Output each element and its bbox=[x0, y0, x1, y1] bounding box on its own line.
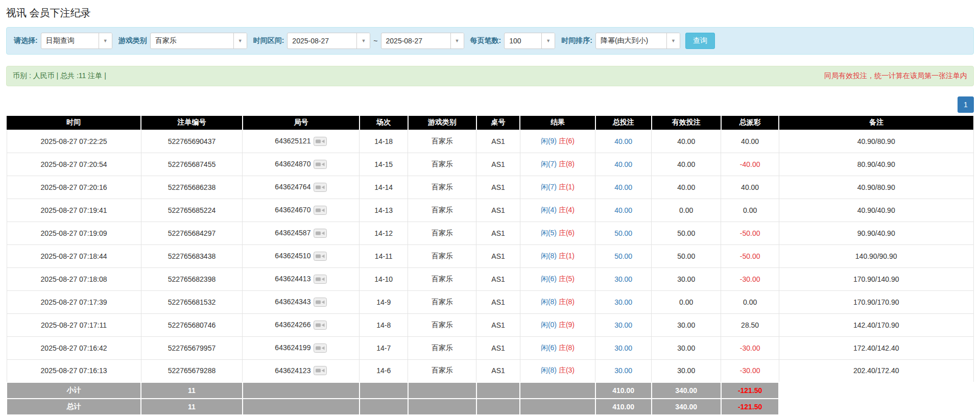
cell-total-bet: 30.00 bbox=[595, 313, 652, 336]
page-size-value: 100 bbox=[505, 33, 541, 48]
video-replay-icon[interactable] bbox=[314, 366, 327, 375]
chevron-down-icon[interactable]: ▼ bbox=[233, 33, 247, 48]
cell-remark: 40.90/80.90 bbox=[779, 130, 973, 153]
total-payout: -121.50 bbox=[721, 399, 779, 415]
table-row: 2025-08-27 07:16:42 522765679957 6436241… bbox=[7, 336, 973, 359]
cell-game-type: 百家乐 bbox=[408, 222, 476, 244]
cell-valid-bet: 0.00 bbox=[652, 199, 721, 222]
cell-table-no: AS1 bbox=[476, 130, 520, 153]
result-player: 闲(9) bbox=[541, 137, 557, 145]
empty-cell bbox=[520, 382, 595, 399]
chevron-down-icon[interactable]: ▼ bbox=[666, 33, 680, 48]
total-bet-link[interactable]: 50.00 bbox=[614, 252, 632, 260]
total-bet-link[interactable]: 40.00 bbox=[614, 137, 632, 145]
col-header-time: 时间 bbox=[7, 116, 141, 130]
total-bet-link[interactable]: 30.00 bbox=[614, 344, 632, 352]
cell-table-no: AS1 bbox=[476, 267, 520, 290]
total-bet-link[interactable]: 40.00 bbox=[614, 206, 632, 214]
chevron-down-icon[interactable]: ▼ bbox=[450, 33, 464, 48]
cell-round: 643624587 bbox=[243, 222, 360, 244]
cell-bet-id: 522765682398 bbox=[141, 267, 243, 290]
cell-time: 2025-08-27 07:18:08 bbox=[7, 267, 141, 290]
cell-time: 2025-08-27 07:20:54 bbox=[7, 153, 141, 176]
cell-table-no: AS1 bbox=[476, 244, 520, 267]
date-from-input[interactable]: 2025-08-27 ▼ bbox=[287, 33, 370, 49]
cell-result: 闲(4) 庄(4) bbox=[520, 199, 595, 222]
cell-session: 14-11 bbox=[360, 244, 408, 267]
table-row: 2025-08-27 07:20:54 522765687455 6436248… bbox=[7, 153, 973, 176]
cell-total-bet: 30.00 bbox=[595, 359, 652, 382]
cell-result: 闲(0) 庄(9) bbox=[520, 313, 595, 336]
total-bet-link[interactable]: 30.00 bbox=[614, 298, 632, 306]
cell-round: 643624199 bbox=[243, 336, 360, 359]
video-replay-icon[interactable] bbox=[314, 252, 327, 261]
video-replay-icon[interactable] bbox=[314, 160, 327, 169]
result-player: 闲(7) bbox=[541, 183, 557, 191]
total-bet-link[interactable]: 50.00 bbox=[614, 229, 632, 237]
cell-payout: -30.00 bbox=[721, 267, 779, 290]
sort-order-select[interactable]: 降幂(由大到小) ▼ bbox=[595, 33, 680, 49]
cell-bet-id: 522765681532 bbox=[141, 290, 243, 313]
cell-round: 643624266 bbox=[243, 313, 360, 336]
cell-remark: 170.90/140.90 bbox=[779, 267, 973, 290]
result-player: 闲(4) bbox=[541, 206, 557, 214]
result-player: 闲(5) bbox=[541, 229, 557, 237]
video-replay-icon[interactable] bbox=[314, 298, 327, 307]
round-number: 643624587 bbox=[275, 229, 310, 237]
total-bet-link[interactable]: 30.00 bbox=[614, 275, 632, 283]
cell-payout: 40.00 bbox=[721, 130, 779, 153]
table-row: 2025-08-27 07:18:44 522765683438 6436245… bbox=[7, 244, 973, 267]
table-row: 2025-08-27 07:20:16 522765686238 6436247… bbox=[7, 176, 973, 199]
search-button[interactable]: 查询 bbox=[685, 33, 715, 49]
date-to-input[interactable]: 2025-08-27 ▼ bbox=[381, 33, 464, 49]
cell-valid-bet: 30.00 bbox=[652, 313, 721, 336]
total-valid-bet: 340.00 bbox=[652, 399, 721, 415]
col-header-remark: 备注 bbox=[779, 116, 973, 130]
cell-round: 643624764 bbox=[243, 176, 360, 199]
pagination-page-1[interactable]: 1 bbox=[958, 96, 974, 113]
cell-game-type: 百家乐 bbox=[408, 267, 476, 290]
cell-time: 2025-08-27 07:19:41 bbox=[7, 199, 141, 222]
cell-remark: 170.90/170.90 bbox=[779, 290, 973, 313]
total-bet-link[interactable]: 40.00 bbox=[614, 160, 632, 168]
empty-cell bbox=[476, 382, 520, 399]
chevron-down-icon[interactable]: ▼ bbox=[356, 33, 370, 48]
cell-bet-id: 522765690437 bbox=[141, 130, 243, 153]
chevron-down-icon[interactable]: ▼ bbox=[99, 33, 112, 48]
video-replay-icon[interactable] bbox=[314, 137, 327, 146]
cell-total-bet: 30.00 bbox=[595, 336, 652, 359]
video-replay-icon[interactable] bbox=[314, 206, 327, 215]
cell-game-type: 百家乐 bbox=[408, 290, 476, 313]
round-number: 643624413 bbox=[275, 275, 310, 283]
cell-remark: 80.90/40.90 bbox=[779, 153, 973, 176]
chevron-down-icon[interactable]: ▼ bbox=[541, 33, 555, 48]
cell-valid-bet: 30.00 bbox=[652, 359, 721, 382]
page-size-select[interactable]: 100 ▼ bbox=[504, 33, 555, 49]
total-bet-link[interactable]: 30.00 bbox=[614, 366, 632, 375]
game-type-select[interactable]: 百家乐 ▼ bbox=[150, 33, 247, 49]
video-replay-icon[interactable] bbox=[314, 321, 327, 330]
empty-cell bbox=[520, 399, 595, 415]
cell-session: 14-7 bbox=[360, 336, 408, 359]
cell-table-no: AS1 bbox=[476, 176, 520, 199]
table-row: 2025-08-27 07:19:41 522765685224 6436246… bbox=[7, 199, 973, 222]
cell-game-type: 百家乐 bbox=[408, 359, 476, 382]
cell-result: 闲(5) 庄(6) bbox=[520, 222, 595, 244]
cell-time: 2025-08-27 07:18:44 bbox=[7, 244, 141, 267]
video-replay-icon[interactable] bbox=[314, 344, 327, 353]
result-player: 闲(8) bbox=[541, 366, 557, 374]
total-bet-link[interactable]: 30.00 bbox=[614, 321, 632, 329]
video-replay-icon[interactable] bbox=[314, 275, 327, 284]
video-replay-icon[interactable] bbox=[314, 183, 327, 192]
result-player: 闲(8) bbox=[541, 252, 557, 260]
cell-round: 643624870 bbox=[243, 153, 360, 176]
cell-time: 2025-08-27 07:19:09 bbox=[7, 222, 141, 244]
cell-valid-bet: 50.00 bbox=[652, 222, 721, 244]
total-bet-link[interactable]: 40.00 bbox=[614, 183, 632, 191]
query-type-select[interactable]: 日期查询 ▼ bbox=[41, 33, 112, 49]
table-row: 2025-08-27 07:17:39 522765681532 6436243… bbox=[7, 290, 973, 313]
cell-total-bet: 40.00 bbox=[595, 176, 652, 199]
video-replay-icon[interactable] bbox=[314, 229, 327, 238]
cell-session: 14-18 bbox=[360, 130, 408, 153]
cell-round: 643624343 bbox=[243, 290, 360, 313]
